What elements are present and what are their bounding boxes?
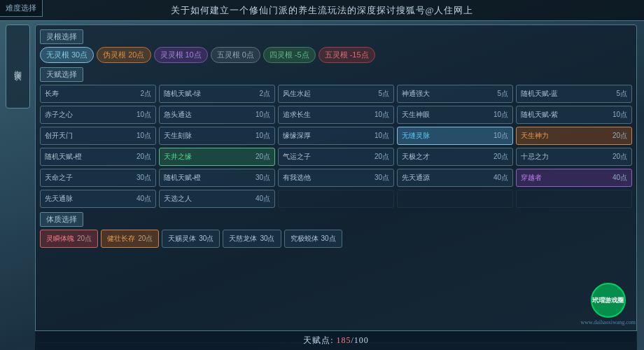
talent-points: 天赋点: 185/100 (303, 335, 369, 346)
linggen-section: 灵根选择 无灵根 30点 伪灵根 20点 灵灵根 10点 五灵根 0点 四灵根 … (40, 29, 632, 63)
page-title: 关于如何建立一个修仙门派的养生流玩法的深度探讨搜狐号@人住网上 (171, 4, 474, 17)
tizhi-grid: 灵瞬体魄 20点 健壮长存 20点 天赐灵体 30点 天慈龙体 30点 究极蜕体… (40, 230, 632, 248)
left-decoration: 御灵诀 (6, 24, 30, 108)
tz-btn-tianji[interactable]: 天极之才20点 (397, 148, 513, 166)
tz-btn-shentong[interactable]: 神通强大5点 (397, 85, 513, 103)
tianzhi-section: 天赋选择 长寿2点 随机天赋-绿2点 风生水起5点 神通强大5点 随机天赋-蓝5… (40, 67, 632, 208)
tz-btn-yuanyuan[interactable]: 缘缘深厚10点 (278, 127, 394, 145)
tz-btn-wufeng[interactable]: 无缝灵脉10点 (397, 127, 513, 145)
tz-btn-fengshuishui[interactable]: 风生水起5点 (278, 85, 394, 103)
tz-btn-random-orange[interactable]: 随机天赋-橙20点 (40, 148, 156, 166)
tz-empty-3 (516, 190, 632, 208)
tz-btn-jitou[interactable]: 急头通达10点 (159, 106, 275, 124)
tz-btn-tiansheng-yan[interactable]: 天生神眼10点 (397, 106, 513, 124)
tz-btn-tianxuan[interactable]: 天选之人40点 (159, 190, 275, 208)
linggen-label: 灵根选择 (40, 29, 83, 44)
tz-btn-random-green[interactable]: 随机天赋-绿2点 (159, 85, 275, 103)
title-bar: 关于如何建立一个修仙门派的养生流玩法的深度探讨搜狐号@人住网上 (0, 0, 644, 21)
tizhi-btn-0[interactable]: 灵瞬体魄 20点 (40, 230, 98, 248)
linggen-btn-5[interactable]: 五灵根 -15点 (318, 47, 375, 63)
tianzhi-grid: 长寿2点 随机天赋-绿2点 风生水起5点 神通强大5点 随机天赋-蓝5点 赤子之… (40, 85, 632, 208)
linggen-btn-3[interactable]: 五灵根 0点 (211, 47, 260, 63)
linggen-row: 无灵根 30点 伪灵根 20点 灵灵根 10点 五灵根 0点 四灵根 -5点 五… (40, 47, 632, 63)
tz-empty-2 (397, 190, 513, 208)
tz-btn-tianjing[interactable]: 天井之缘20点 (159, 148, 275, 166)
tizhi-label: 体质选择 (40, 212, 83, 227)
linggen-btn-0[interactable]: 无灵根 30点 (40, 47, 94, 63)
tz-btn-tianming[interactable]: 天命之子30点 (40, 169, 156, 187)
tianzhi-label: 天赋选择 (40, 67, 83, 82)
tizhi-btn-3[interactable]: 天慈龙体 30点 (223, 230, 281, 248)
tizhi-btn-2[interactable]: 天赐灵体 30点 (162, 230, 220, 248)
main-panel: 灵根选择 无灵根 30点 伪灵根 20点 灵灵根 10点 五灵根 0点 四灵根 … (35, 24, 637, 343)
tz-btn-xiantian-yuan[interactable]: 先天通源40点 (397, 169, 513, 187)
tz-btn-xiantian-mai[interactable]: 先天通脉40点 (40, 190, 156, 208)
tz-btn-random-blue[interactable]: 随机天赋-蓝5点 (516, 85, 632, 103)
tz-btn-chuanyue[interactable]: 穿越者40点 (516, 169, 632, 187)
difficulty-label: 难度选择 (0, 0, 43, 17)
tizhi-btn-1[interactable]: 健壮长存 20点 (101, 230, 159, 248)
tz-btn-shizhili[interactable]: 十忌之力20点 (516, 148, 632, 166)
tizhi-btn-4[interactable]: 究极蜕体 30点 (284, 230, 342, 248)
tz-btn-zhuiqiu[interactable]: 追求长生10点 (278, 106, 394, 124)
tz-btn-qiyun[interactable]: 气运之子20点 (278, 148, 394, 166)
tz-btn-tiansheng-li[interactable]: 天生神力20点 (516, 127, 632, 145)
tizhi-section: 体质选择 灵瞬体魄 20点 健壮长存 20点 天赐灵体 30点 天慈龙体 30点… (40, 212, 632, 248)
tz-btn-random-purple[interactable]: 随机天赋-紫10点 (516, 106, 632, 124)
linggen-btn-2[interactable]: 灵灵根 10点 (154, 47, 208, 63)
tz-btn-youwo[interactable]: 有我选他30点 (278, 169, 394, 187)
bottom-bar: 天赋点: 185/100 (35, 330, 637, 350)
tz-btn-chizi[interactable]: 赤子之心10点 (40, 106, 156, 124)
tz-btn-tiansheng-mai[interactable]: 天生刻脉10点 (159, 127, 275, 145)
tz-btn-kaitian[interactable]: 创开天门10点 (40, 127, 156, 145)
linggen-btn-1[interactable]: 伪灵根 20点 (97, 47, 150, 63)
tz-btn-longevity[interactable]: 长寿2点 (40, 85, 156, 103)
linggen-btn-4[interactable]: 四灵根 -5点 (263, 47, 316, 63)
tz-btn-random-orange2[interactable]: 随机天赋-橙30点 (159, 169, 275, 187)
tz-empty-1 (278, 190, 394, 208)
